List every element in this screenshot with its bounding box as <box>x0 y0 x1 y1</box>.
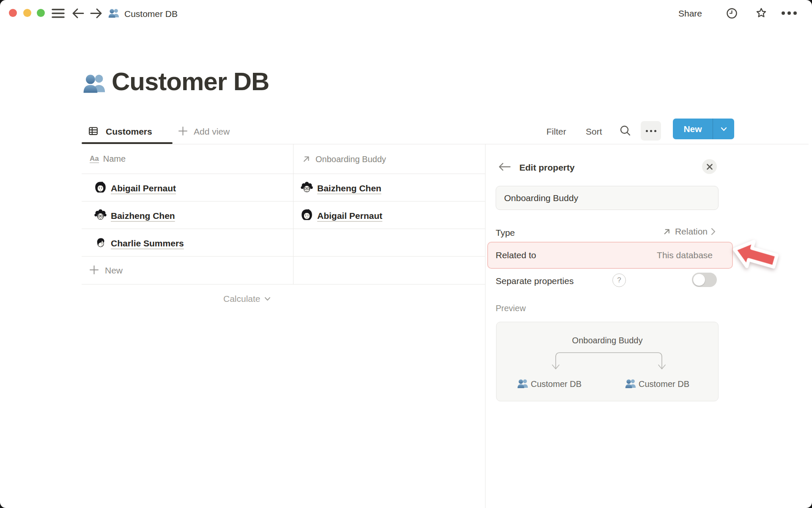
breadcrumb-document-title[interactable]: Customer DB <box>124 9 178 19</box>
annotation-arrow-icon <box>727 231 782 279</box>
new-button-label: New <box>673 119 713 139</box>
panel-close-button[interactable] <box>702 159 717 174</box>
view-options-button[interactable] <box>641 121 661 141</box>
panel-back-button[interactable] <box>498 162 511 171</box>
forward-button[interactable] <box>89 7 103 19</box>
abigail-avatar <box>300 209 313 222</box>
people-icon <box>517 378 529 389</box>
preview-source-database: Customer DB <box>531 379 582 389</box>
baizheng-avatar <box>300 181 313 194</box>
column-header-name[interactable]: Aa Name <box>90 154 126 164</box>
new-dropdown-button[interactable] <box>713 119 734 139</box>
row-divider <box>82 229 485 229</box>
title-property-icon: Aa <box>90 155 99 163</box>
clock-icon[interactable] <box>726 8 738 19</box>
preview-relation-name: Onboarding Buddy <box>497 336 718 345</box>
row-buddy-link[interactable]: Abigail Pernaut <box>317 211 382 221</box>
abigail-avatar <box>94 181 107 194</box>
plus-icon <box>89 265 99 275</box>
new-button[interactable]: New <box>673 119 734 139</box>
relation-preview-diagram: Onboarding Buddy Customer DB Customer DB <box>496 322 719 401</box>
sort-button[interactable]: Sort <box>586 127 602 137</box>
calculate-button[interactable]: Calculate <box>223 294 271 304</box>
relation-arrows-icon <box>546 349 671 371</box>
share-button[interactable]: Share <box>678 8 702 19</box>
baizheng-avatar <box>94 209 107 222</box>
row-buddy-link[interactable]: Baizheng Chen <box>317 183 381 193</box>
people-icon <box>83 72 107 94</box>
relation-icon <box>662 227 672 237</box>
table-view-icon <box>88 126 99 136</box>
type-row-label: Type <box>496 228 515 238</box>
people-icon <box>625 378 636 389</box>
close-icon <box>706 163 713 170</box>
separate-properties-toggle[interactable] <box>692 273 717 287</box>
search-icon[interactable] <box>619 124 631 137</box>
more-options-icon[interactable] <box>781 11 798 16</box>
panel-divider <box>485 144 486 508</box>
people-icon <box>108 8 120 18</box>
sidebar-menu-icon[interactable] <box>52 8 65 19</box>
related-to-value: This database <box>657 250 713 260</box>
row-divider <box>82 201 485 202</box>
chevron-down-icon <box>721 127 727 131</box>
preview-target-database: Customer DB <box>639 379 689 389</box>
row-name-link[interactable]: Charlie Summers <box>111 238 184 248</box>
active-tab-underline <box>82 142 173 144</box>
related-to-label: Related to <box>496 250 536 260</box>
property-name-input[interactable] <box>496 186 719 210</box>
filter-button[interactable]: Filter <box>546 127 566 137</box>
chevron-down-icon <box>264 297 271 301</box>
row-divider <box>82 256 485 257</box>
traffic-light-zoom-button[interactable] <box>37 9 45 17</box>
table-bottom-divider <box>82 284 485 284</box>
app-window: Customer DB Share Customer DB Customers … <box>0 0 812 508</box>
separate-properties-label: Separate properties <box>496 276 573 286</box>
row-name-link[interactable]: Baizheng Chen <box>111 211 175 221</box>
row-name-link[interactable]: Abigail Pernaut <box>111 183 176 193</box>
row-divider <box>82 174 485 174</box>
related-to-row[interactable]: Related to This database <box>487 242 733 269</box>
back-button[interactable] <box>71 7 85 19</box>
tab-customers[interactable]: Customers <box>106 127 152 137</box>
column-header-onboarding-buddy[interactable]: Onboarding Buddy <box>301 154 386 164</box>
type-row-value[interactable]: Relation <box>662 226 716 237</box>
relation-property-icon <box>301 154 311 164</box>
star-icon[interactable] <box>755 7 768 19</box>
chevron-right-icon <box>711 228 716 235</box>
add-view-button[interactable]: Add view <box>194 127 230 137</box>
ellipsis-icon <box>646 130 648 132</box>
column-divider <box>293 144 294 284</box>
charlie-avatar <box>94 236 107 249</box>
traffic-light-close-button[interactable] <box>9 9 17 17</box>
question-icon[interactable]: ? <box>612 273 626 287</box>
toolbar-divider <box>82 144 809 144</box>
plus-icon <box>178 126 188 136</box>
toggle-knob <box>693 274 705 286</box>
preview-label: Preview <box>496 304 526 313</box>
page-title: Customer DB <box>112 67 269 96</box>
panel-title: Edit property <box>519 163 575 173</box>
traffic-light-minimize-button[interactable] <box>23 9 31 17</box>
